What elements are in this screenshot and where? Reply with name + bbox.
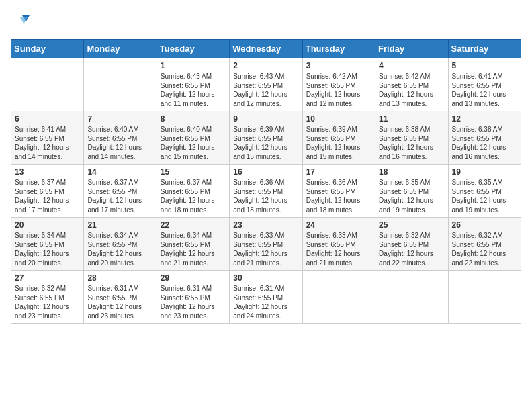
day-number: 15 — [161, 167, 226, 177]
calendar-cell: 14Sunrise: 6:37 AM Sunset: 6:55 PM Dayli… — [84, 165, 157, 218]
calendar-cell: 9Sunrise: 6:39 AM Sunset: 6:55 PM Daylig… — [230, 111, 302, 165]
day-info: Sunrise: 6:39 AM Sunset: 6:55 PM Dayligh… — [233, 125, 298, 161]
day-info: Sunrise: 6:34 AM Sunset: 6:55 PM Dayligh… — [15, 231, 80, 267]
calendar-cell: 19Sunrise: 6:35 AM Sunset: 6:55 PM Dayli… — [448, 165, 521, 218]
day-number: 30 — [233, 273, 298, 283]
calendar-cell: 22Sunrise: 6:34 AM Sunset: 6:55 PM Dayli… — [157, 218, 229, 271]
day-info: Sunrise: 6:40 AM Sunset: 6:55 PM Dayligh… — [87, 125, 152, 161]
calendar-cell: 1Sunrise: 6:43 AM Sunset: 6:55 PM Daylig… — [157, 58, 229, 111]
day-number: 1 — [161, 61, 226, 71]
calendar-week-row: 27Sunrise: 6:32 AM Sunset: 6:55 PM Dayli… — [11, 271, 521, 324]
calendar-cell: 10Sunrise: 6:39 AM Sunset: 6:55 PM Dayli… — [302, 111, 375, 165]
day-info: Sunrise: 6:37 AM Sunset: 6:55 PM Dayligh… — [15, 178, 80, 214]
day-info: Sunrise: 6:38 AM Sunset: 6:55 PM Dayligh… — [379, 125, 444, 161]
calendar-body: 1Sunrise: 6:43 AM Sunset: 6:55 PM Daylig… — [11, 58, 521, 324]
calendar-cell: 23Sunrise: 6:33 AM Sunset: 6:55 PM Dayli… — [230, 218, 302, 271]
day-info: Sunrise: 6:35 AM Sunset: 6:55 PM Dayligh… — [379, 178, 444, 214]
day-info: Sunrise: 6:32 AM Sunset: 6:55 PM Dayligh… — [15, 284, 80, 320]
day-info: Sunrise: 6:36 AM Sunset: 6:55 PM Dayligh… — [233, 178, 298, 214]
calendar-week-row: 1Sunrise: 6:43 AM Sunset: 6:55 PM Daylig… — [11, 58, 521, 111]
day-info: Sunrise: 6:33 AM Sunset: 6:55 PM Dayligh… — [233, 231, 298, 267]
day-of-week-header: Wednesday — [230, 40, 302, 58]
day-info: Sunrise: 6:33 AM Sunset: 6:55 PM Dayligh… — [306, 231, 371, 267]
day-number: 25 — [379, 220, 444, 230]
calendar-cell: 8Sunrise: 6:40 AM Sunset: 6:55 PM Daylig… — [157, 111, 229, 165]
day-number: 29 — [161, 273, 226, 283]
calendar-cell: 4Sunrise: 6:42 AM Sunset: 6:55 PM Daylig… — [375, 58, 448, 111]
day-info: Sunrise: 6:42 AM Sunset: 6:55 PM Dayligh… — [379, 72, 444, 108]
calendar-cell: 7Sunrise: 6:40 AM Sunset: 6:55 PM Daylig… — [84, 111, 157, 165]
calendar-cell: 30Sunrise: 6:31 AM Sunset: 6:55 PM Dayli… — [230, 271, 302, 324]
day-info: Sunrise: 6:41 AM Sunset: 6:55 PM Dayligh… — [15, 125, 80, 161]
calendar-cell: 13Sunrise: 6:37 AM Sunset: 6:55 PM Dayli… — [11, 165, 84, 218]
day-number: 19 — [452, 167, 517, 177]
calendar-cell — [11, 58, 84, 111]
day-number: 12 — [452, 114, 517, 124]
day-number: 24 — [306, 220, 371, 230]
day-of-week-header: Monday — [84, 40, 157, 58]
day-info: Sunrise: 6:41 AM Sunset: 6:55 PM Dayligh… — [452, 72, 517, 108]
day-number: 20 — [15, 220, 80, 230]
day-info: Sunrise: 6:42 AM Sunset: 6:55 PM Dayligh… — [306, 72, 371, 108]
calendar-cell: 6Sunrise: 6:41 AM Sunset: 6:55 PM Daylig… — [11, 111, 84, 165]
calendar-cell: 18Sunrise: 6:35 AM Sunset: 6:55 PM Dayli… — [375, 165, 448, 218]
day-of-week-header: Friday — [375, 40, 448, 58]
calendar-cell: 24Sunrise: 6:33 AM Sunset: 6:55 PM Dayli… — [302, 218, 375, 271]
day-of-week-header: Saturday — [448, 40, 521, 58]
day-number: 16 — [233, 167, 298, 177]
day-info: Sunrise: 6:31 AM Sunset: 6:55 PM Dayligh… — [233, 284, 298, 320]
calendar-cell: 21Sunrise: 6:34 AM Sunset: 6:55 PM Dayli… — [84, 218, 157, 271]
page-header — [11, 11, 521, 31]
day-info: Sunrise: 6:37 AM Sunset: 6:55 PM Dayligh… — [161, 178, 226, 214]
day-number: 23 — [233, 220, 298, 230]
calendar-cell: 17Sunrise: 6:36 AM Sunset: 6:55 PM Dayli… — [302, 165, 375, 218]
calendar-week-row: 6Sunrise: 6:41 AM Sunset: 6:55 PM Daylig… — [11, 111, 521, 165]
calendar-cell: 20Sunrise: 6:34 AM Sunset: 6:55 PM Dayli… — [11, 218, 84, 271]
day-info: Sunrise: 6:34 AM Sunset: 6:55 PM Dayligh… — [161, 231, 226, 267]
calendar-cell: 26Sunrise: 6:32 AM Sunset: 6:55 PM Dayli… — [448, 218, 521, 271]
logo-icon — [11, 11, 31, 31]
day-number: 8 — [161, 114, 226, 124]
day-info: Sunrise: 6:32 AM Sunset: 6:55 PM Dayligh… — [452, 231, 517, 267]
day-number: 26 — [452, 220, 517, 230]
days-of-week-row: SundayMondayTuesdayWednesdayThursdayFrid… — [11, 40, 521, 58]
day-number: 6 — [15, 114, 80, 124]
day-info: Sunrise: 6:40 AM Sunset: 6:55 PM Dayligh… — [161, 125, 226, 161]
calendar-table: SundayMondayTuesdayWednesdayThursdayFrid… — [11, 39, 521, 324]
calendar-cell: 12Sunrise: 6:38 AM Sunset: 6:55 PM Dayli… — [448, 111, 521, 165]
calendar-cell — [448, 271, 521, 324]
day-number: 2 — [233, 61, 298, 71]
day-info: Sunrise: 6:35 AM Sunset: 6:55 PM Dayligh… — [452, 178, 517, 214]
day-of-week-header: Thursday — [302, 40, 375, 58]
day-number: 27 — [15, 273, 80, 283]
calendar-week-row: 20Sunrise: 6:34 AM Sunset: 6:55 PM Dayli… — [11, 218, 521, 271]
calendar-cell: 5Sunrise: 6:41 AM Sunset: 6:55 PM Daylig… — [448, 58, 521, 111]
day-info: Sunrise: 6:32 AM Sunset: 6:55 PM Dayligh… — [379, 231, 444, 267]
day-number: 7 — [87, 114, 152, 124]
calendar-cell: 11Sunrise: 6:38 AM Sunset: 6:55 PM Dayli… — [375, 111, 448, 165]
calendar-cell: 16Sunrise: 6:36 AM Sunset: 6:55 PM Dayli… — [230, 165, 302, 218]
calendar-cell: 27Sunrise: 6:32 AM Sunset: 6:55 PM Dayli… — [11, 271, 84, 324]
calendar-cell — [302, 271, 375, 324]
day-number: 14 — [87, 167, 152, 177]
day-info: Sunrise: 6:43 AM Sunset: 6:55 PM Dayligh… — [161, 72, 226, 108]
day-info: Sunrise: 6:31 AM Sunset: 6:55 PM Dayligh… — [87, 284, 152, 320]
day-number: 22 — [161, 220, 226, 230]
day-number: 9 — [233, 114, 298, 124]
day-info: Sunrise: 6:38 AM Sunset: 6:55 PM Dayligh… — [452, 125, 517, 161]
day-info: Sunrise: 6:34 AM Sunset: 6:55 PM Dayligh… — [87, 231, 152, 267]
day-number: 17 — [306, 167, 371, 177]
calendar-cell: 15Sunrise: 6:37 AM Sunset: 6:55 PM Dayli… — [157, 165, 229, 218]
calendar-cell: 2Sunrise: 6:43 AM Sunset: 6:55 PM Daylig… — [230, 58, 302, 111]
day-info: Sunrise: 6:43 AM Sunset: 6:55 PM Dayligh… — [233, 72, 298, 108]
day-info: Sunrise: 6:39 AM Sunset: 6:55 PM Dayligh… — [306, 125, 371, 161]
logo — [11, 11, 34, 31]
day-number: 21 — [87, 220, 152, 230]
day-of-week-header: Sunday — [11, 40, 84, 58]
day-number: 10 — [306, 114, 371, 124]
day-number: 13 — [15, 167, 80, 177]
calendar-cell: 3Sunrise: 6:42 AM Sunset: 6:55 PM Daylig… — [302, 58, 375, 111]
day-info: Sunrise: 6:36 AM Sunset: 6:55 PM Dayligh… — [306, 178, 371, 214]
calendar-cell: 25Sunrise: 6:32 AM Sunset: 6:55 PM Dayli… — [375, 218, 448, 271]
day-number: 11 — [379, 114, 444, 124]
